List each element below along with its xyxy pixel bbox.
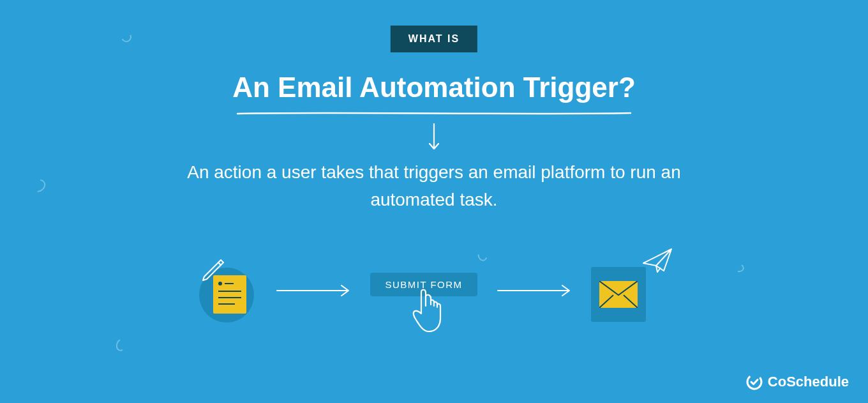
stage-fill-form xyxy=(194,259,258,323)
brand-logo: CoSchedule xyxy=(746,374,849,390)
brand-mark-icon xyxy=(746,374,763,390)
email-box xyxy=(591,267,646,322)
brand-name: CoSchedule xyxy=(768,374,849,390)
underline-decoration xyxy=(236,111,632,116)
doodle-circle xyxy=(114,337,128,353)
stage-submit: SUBMIT FORM xyxy=(370,252,479,329)
definition-text: An action a user takes that triggers an … xyxy=(185,158,683,214)
headline: An Email Automation Trigger? xyxy=(232,72,636,103)
process-flow: SUBMIT FORM xyxy=(194,252,674,329)
envelope-icon xyxy=(599,281,638,308)
stage-email-sent xyxy=(591,255,674,326)
flow-arrow-icon xyxy=(276,283,352,298)
arrow-down-icon xyxy=(426,123,442,152)
paper-plane-icon xyxy=(641,247,675,275)
doodle-circle xyxy=(734,263,745,273)
pointer-click-icon xyxy=(410,287,448,337)
doodle-circle xyxy=(30,177,48,195)
doodle-circle xyxy=(120,31,133,44)
eyebrow-label: WHAT IS xyxy=(391,26,477,52)
pencil-icon xyxy=(197,256,228,288)
flow-arrow-icon xyxy=(497,283,573,298)
